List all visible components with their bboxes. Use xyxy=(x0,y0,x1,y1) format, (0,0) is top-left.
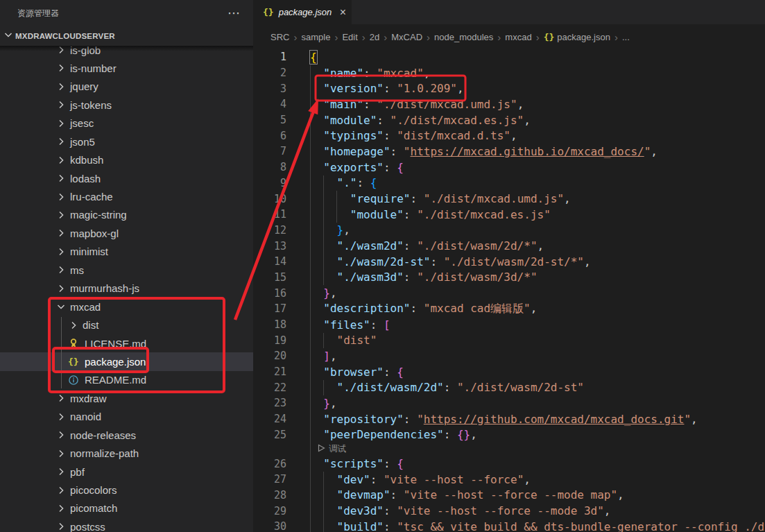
breadcrumb-item-2d[interactable]: 2d xyxy=(370,32,379,42)
tree-item-package-json[interactable]: {}package.json xyxy=(0,352,253,370)
line-number: 30 xyxy=(253,520,286,532)
chevron-right-icon xyxy=(55,136,67,147)
code-line-20[interactable]: 20 ], xyxy=(253,348,765,364)
tree-item-json5[interactable]: json5 xyxy=(0,132,253,151)
code-line-13[interactable]: 13 "./wasm2d": "./dist/wasm/2d/*", xyxy=(253,238,765,254)
tree-item-mxdraw[interactable]: mxdraw xyxy=(0,389,253,407)
breadcrumb-item-mxcad[interactable]: MxCAD xyxy=(391,32,422,42)
code-line-17[interactable]: 17 "description": "mxcad cad编辑版", xyxy=(253,301,765,317)
code-line-3[interactable]: 3 "version": "1.0.209", xyxy=(253,80,765,96)
line-number: 25 xyxy=(253,429,286,441)
breadcrumb-item-node-modules[interactable]: node_modules xyxy=(434,32,493,42)
license-icon xyxy=(68,338,82,349)
breadcrumb-item-sample[interactable]: sample xyxy=(301,32,330,42)
breadcrumb-separator-icon: › xyxy=(383,32,388,42)
code-line-16[interactable]: 16 }, xyxy=(253,285,765,301)
breadcrumb-item-src[interactable]: SRC xyxy=(270,32,289,42)
code-editor[interactable]: 1{2 "name": "mxcad",3 "version": "1.0.20… xyxy=(253,49,765,532)
line-number: 2 xyxy=(253,67,286,79)
tree-item-label: dist xyxy=(80,319,98,331)
breadcrumb-item-edit[interactable]: Edit xyxy=(342,32,357,42)
file-tree: is-globis-numberjqueryjs-tokensjsescjson… xyxy=(0,41,253,532)
code-line-26[interactable]: 26 "scripts": { xyxy=(253,456,765,472)
code-line-11[interactable]: 11 "module": "./dist/mxcad.es.js" xyxy=(253,207,765,223)
tree-item-minimist[interactable]: minimist xyxy=(0,243,253,261)
codelens-debug[interactable]: 调试 xyxy=(253,443,765,456)
code-line-19[interactable]: 19 "dist" xyxy=(253,332,765,348)
code-line-2[interactable]: 2 "name": "mxcad", xyxy=(253,65,765,81)
code-line-8[interactable]: 8 "exports": { xyxy=(253,160,765,175)
code-line-7[interactable]: 7 "homepage": "https://mxcad.github.io/m… xyxy=(253,144,765,160)
line-number: 9 xyxy=(253,177,286,189)
breadcrumb-item-package-json[interactable]: {}package.json xyxy=(544,32,610,42)
code-line-content: "files": [ xyxy=(286,318,390,332)
code-line-15[interactable]: 15 "./wasm3d": "./dist/wasm/3d/*" xyxy=(253,270,765,286)
code-line-27[interactable]: 27 "dev": "vite --host --force", xyxy=(253,472,765,488)
code-line-12[interactable]: 12 }, xyxy=(253,223,765,239)
code-line-25[interactable]: 25 "peerDependencies": {}, xyxy=(253,427,765,443)
tree-item-mxcad[interactable]: mxcad xyxy=(0,298,253,316)
breadcrumb-label: package.json xyxy=(557,32,610,42)
line-number: 20 xyxy=(253,350,286,362)
close-icon[interactable]: × xyxy=(340,6,346,19)
code-line-30[interactable]: 30 "build": "tsc && vite build && dts-bu… xyxy=(253,519,765,532)
tree-item-dist[interactable]: dist xyxy=(0,316,253,334)
code-line-content: "./dist/wasm/2d": "./dist/wasm/2d-st" xyxy=(286,381,584,394)
code-line-4[interactable]: 4 "main": "./dist/mxcad.umd.js", xyxy=(253,96,765,112)
tree-item-lru-cache[interactable]: lru-cache xyxy=(0,187,253,205)
tree-item-murmurhash-js[interactable]: murmurhash-js xyxy=(0,279,253,297)
tab-package-json[interactable]: {} package.json × xyxy=(253,0,352,24)
tree-item-ms[interactable]: ms xyxy=(0,261,253,279)
code-line-21[interactable]: 21 "browser": { xyxy=(253,364,765,380)
line-number: 1 xyxy=(253,51,286,63)
breadcrumb-separator-icon: › xyxy=(426,32,431,42)
code-line-14[interactable]: 14 "./wasm/2d-st": "./dist/wasm/2d-st/*"… xyxy=(253,254,765,270)
code-line-content: "dist" xyxy=(286,334,377,347)
chevron-right-icon xyxy=(55,411,67,422)
breadcrumb-label: node_modules xyxy=(434,32,493,42)
tree-item-mapbox-gl[interactable]: mapbox-gl xyxy=(0,224,253,242)
code-line-content: ], xyxy=(286,350,337,363)
vscode-window: 资源管理器 ⋯ MXDRAWCLOUDSERVER is-globis-numb… xyxy=(0,0,765,532)
tree-item-js-tokens[interactable]: js-tokens xyxy=(0,96,253,114)
tree-item-lodash[interactable]: lodash xyxy=(0,169,253,187)
code-line-28[interactable]: 28 "devmap": "vite --host --force --mode… xyxy=(253,488,765,504)
code-line-1[interactable]: 1{ xyxy=(253,49,765,65)
tree-item-license-md[interactable]: LICENSE.md xyxy=(0,334,253,352)
breadcrumb-item--[interactable]: ... xyxy=(622,32,630,42)
tree-item-magic-string[interactable]: magic-string xyxy=(0,206,253,224)
tree-item-readme-md[interactable]: README.md xyxy=(0,371,253,389)
workspace-section-header[interactable]: MXDRAWCLOUDSERVER xyxy=(0,26,253,46)
line-number: 22 xyxy=(253,381,286,394)
tree-item-label: mapbox-gl xyxy=(67,228,119,239)
tree-item-nanoid[interactable]: nanoid xyxy=(0,408,253,426)
tree-item-is-number[interactable]: is-number xyxy=(0,59,253,77)
line-number: 14 xyxy=(253,255,286,268)
tree-item-jquery[interactable]: jquery xyxy=(0,78,253,96)
tree-item-postcss[interactable]: postcss xyxy=(0,517,253,532)
more-actions-icon[interactable]: ⋯ xyxy=(227,10,241,17)
breadcrumb-item-mxcad[interactable]: mxcad xyxy=(505,32,531,42)
tree-item-node-releases[interactable]: node-releases xyxy=(0,426,253,444)
code-line-22[interactable]: 22 "./dist/wasm/2d": "./dist/wasm/2d-st" xyxy=(253,379,765,395)
code-line-9[interactable]: 9 ".": { xyxy=(253,175,765,191)
tree-item-pbf[interactable]: pbf xyxy=(0,463,253,481)
tree-item-picocolors[interactable]: picocolors xyxy=(0,481,253,499)
code-line-10[interactable]: 10 "require": "./dist/mxcad.umd.js", xyxy=(253,191,765,207)
code-line-24[interactable]: 24 "repository": "https://github.com/mxc… xyxy=(253,411,765,427)
code-line-5[interactable]: 5 "module": "./dist/mxcad.es.js", xyxy=(253,112,765,128)
tree-item-normalize-path[interactable]: normalize-path xyxy=(0,444,253,462)
tree-item-picomatch[interactable]: picomatch xyxy=(0,499,253,517)
code-line-6[interactable]: 6 "typings": "dist/mxcad.d.ts", xyxy=(253,128,765,144)
explorer-title: 资源管理器 xyxy=(17,8,59,19)
tree-item-jsesc[interactable]: jsesc xyxy=(0,114,253,132)
code-line-18[interactable]: 18 "files": [ xyxy=(253,317,765,333)
code-line-23[interactable]: 23 }, xyxy=(253,395,765,411)
chevron-right-icon xyxy=(55,485,67,496)
chevron-right-icon xyxy=(55,521,67,532)
code-line-29[interactable]: 29 "dev3d": "vite --host --force --mode … xyxy=(253,503,765,519)
tree-item-label: minimist xyxy=(67,246,108,257)
chevron-right-icon xyxy=(55,393,67,404)
tree-item-kdbush[interactable]: kdbush xyxy=(0,151,253,169)
chevron-right-icon xyxy=(55,191,67,203)
